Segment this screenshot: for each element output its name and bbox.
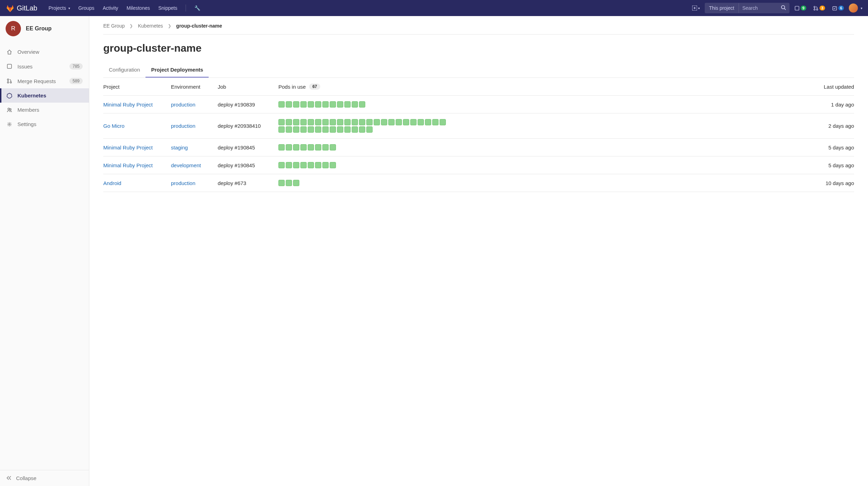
pod-indicator: [293, 101, 299, 108]
sidebar-item-label: Settings: [17, 121, 36, 127]
breadcrumb-item[interactable]: EE Group: [103, 23, 125, 29]
search-scope[interactable]: This project: [705, 3, 739, 13]
svg-point-8: [7, 79, 9, 80]
pod-indicator: [359, 101, 365, 108]
job-name: deploy #190839: [218, 102, 277, 108]
pod-indicator: [403, 119, 409, 125]
pod-indicator: [278, 101, 285, 108]
pod-indicator: [308, 119, 314, 125]
table-header: Project Environment Job Pods in use 67 L…: [103, 78, 854, 96]
nav-groups[interactable]: Groups: [74, 5, 99, 11]
pod-indicator: [337, 119, 343, 125]
topnav-links: Projects ▾ Groups Activity Milestones Sn…: [44, 5, 204, 12]
sidebar-item-settings[interactable]: Settings: [0, 117, 89, 131]
nav-projects[interactable]: Projects ▾: [44, 5, 74, 11]
col-environment: Environment: [171, 84, 216, 90]
chevron-down-icon: ▾: [698, 6, 700, 10]
pod-indicator: [322, 119, 329, 125]
breadcrumb-item[interactable]: Kubernetes: [138, 23, 163, 29]
pod-indicator: [293, 162, 299, 168]
last-updated: 5 days ago: [809, 162, 854, 168]
sidebar: R EE Group Overview Issues 785 Merge Req…: [0, 16, 89, 486]
tab-project-deployments[interactable]: Project Deployments: [145, 62, 209, 78]
pod-indicator: [440, 119, 446, 125]
breadcrumb-item-current: group-cluster-name: [176, 23, 222, 29]
environment-link[interactable]: production: [171, 123, 216, 129]
project-link[interactable]: Go Micro: [103, 123, 170, 129]
svg-rect-7: [7, 64, 12, 68]
pod-indicator: [293, 119, 299, 125]
pod-indicator: [278, 144, 285, 150]
user-avatar[interactable]: [849, 3, 858, 13]
sidebar-item-overview[interactable]: Overview: [0, 45, 89, 59]
new-dropdown[interactable]: ▾: [690, 4, 702, 12]
nav-issues-counter[interactable]: 9: [792, 4, 808, 12]
last-updated: 2 days ago: [809, 123, 854, 129]
pod-indicator: [293, 126, 299, 133]
project-link[interactable]: Minimal Ruby Project: [103, 102, 170, 108]
environment-link[interactable]: production: [171, 102, 216, 108]
search-container: This project: [705, 3, 789, 13]
gitlab-logo[interactable]: GitLab: [6, 3, 37, 13]
sidebar-item-issues[interactable]: Issues 785: [0, 59, 89, 74]
svg-point-3: [814, 6, 815, 7]
plus-icon: [692, 6, 697, 10]
pod-indicator: [300, 101, 307, 108]
pod-indicator: [322, 162, 329, 168]
pod-indicator: [293, 180, 299, 186]
table-row: Minimal Ruby Project staging deploy #190…: [103, 139, 854, 156]
pod-indicator: [300, 126, 307, 133]
sidebar-item-members[interactable]: Members: [0, 103, 89, 117]
project-link[interactable]: Minimal Ruby Project: [103, 162, 170, 168]
svg-point-10: [10, 82, 12, 83]
col-pods: Pods in use 67: [278, 83, 807, 90]
svg-point-13: [10, 109, 11, 110]
nav-milestones[interactable]: Milestones: [122, 5, 154, 11]
admin-wrench-icon[interactable]: 🔧: [190, 5, 204, 11]
sidebar-item-label: Overview: [17, 49, 39, 55]
nav-activity[interactable]: Activity: [98, 5, 122, 11]
pod-indicator: [359, 119, 365, 125]
svg-point-12: [8, 108, 10, 110]
tab-configuration[interactable]: Configuration: [103, 62, 145, 78]
job-name: deploy #190845: [218, 145, 277, 150]
pods-visualization: [278, 180, 449, 186]
pod-indicator: [330, 126, 336, 133]
sidebar-nav: Overview Issues 785 Merge Requests 589 K…: [0, 41, 89, 470]
nav-todos-counter[interactable]: 6: [830, 4, 846, 12]
pod-indicator: [308, 101, 314, 108]
nav-snippets[interactable]: Snippets: [154, 5, 181, 11]
project-link[interactable]: Android: [103, 180, 170, 186]
svg-point-14: [9, 124, 10, 125]
pod-indicator: [308, 126, 314, 133]
environment-link[interactable]: production: [171, 180, 216, 186]
pod-indicator: [286, 162, 292, 168]
sidebar-item-kubernetes[interactable]: Kubernetes: [0, 88, 89, 103]
environment-link[interactable]: development: [171, 162, 216, 168]
nav-mr-counter[interactable]: 3: [811, 4, 827, 12]
pod-indicator: [418, 119, 424, 125]
pod-indicator: [352, 119, 358, 125]
sidebar-header[interactable]: R EE Group: [0, 16, 89, 41]
collapse-sidebar[interactable]: Collapse: [0, 470, 89, 486]
project-link[interactable]: Minimal Ruby Project: [103, 145, 170, 150]
pod-indicator: [359, 126, 365, 133]
search-input[interactable]: [739, 3, 777, 13]
home-icon: [6, 49, 13, 55]
sidebar-item-label: Members: [17, 107, 39, 113]
pod-indicator: [425, 119, 431, 125]
pod-indicator: [315, 126, 321, 133]
environment-link[interactable]: staging: [171, 145, 216, 150]
table-row: Android production deploy #673 10 days a…: [103, 174, 854, 192]
sidebar-item-merge-requests[interactable]: Merge Requests 589: [0, 74, 89, 88]
search-icon[interactable]: [777, 3, 790, 13]
badge: 6: [838, 6, 844, 10]
col-job: Job: [218, 84, 277, 90]
job-name: deploy #673: [218, 180, 277, 186]
pod-indicator: [322, 101, 329, 108]
pod-indicator: [410, 119, 417, 125]
pod-indicator: [300, 144, 307, 150]
chevron-down-icon[interactable]: ▾: [861, 6, 862, 10]
pod-indicator: [308, 162, 314, 168]
pod-indicator: [278, 180, 285, 186]
